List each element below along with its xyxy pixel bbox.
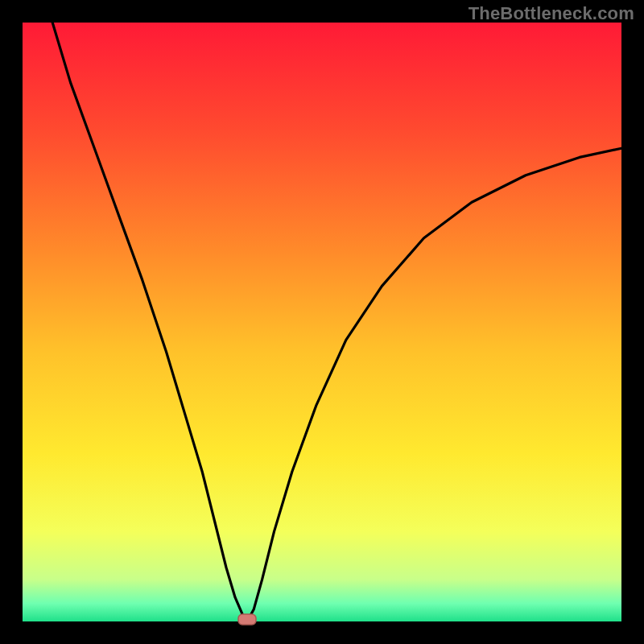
plot-area — [23, 23, 621, 621]
watermark-text: TheBottleneck.com — [469, 3, 634, 24]
chart-svg — [0, 0, 644, 644]
chart-stage: TheBottleneck.com — [0, 0, 644, 644]
minimum-marker — [238, 614, 256, 625]
